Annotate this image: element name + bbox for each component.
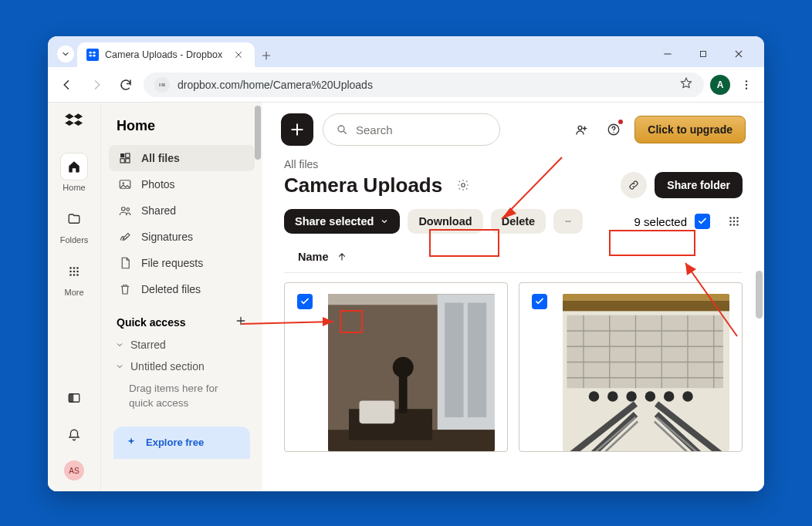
select-all-checkbox[interactable] [695, 214, 710, 229]
svg-point-29 [570, 221, 571, 222]
file-card[interactable] [519, 282, 743, 452]
title-row: Camera Uploads Share folder [262, 170, 764, 204]
chrome-profile-avatar[interactable]: A [710, 75, 730, 95]
tab-strip: Camera Uploads - Dropbox [48, 36, 764, 67]
sidebar-item-label: Photos [141, 178, 175, 191]
notification-dot-icon [618, 120, 623, 124]
chevron-down-icon [380, 217, 389, 226]
breadcrumb[interactable]: All files [262, 153, 764, 170]
svg-point-23 [338, 126, 344, 132]
url-text: dropbox.com/home/Camera%20Uploads [178, 79, 373, 91]
create-button[interactable] [281, 113, 313, 146]
nav-reload-button[interactable] [114, 73, 137, 96]
svg-point-65 [626, 391, 637, 402]
sidebar-item-all-files[interactable]: All files [109, 145, 255, 171]
address-bar[interactable]: dropbox.com/home/Camera%20Uploads [144, 72, 704, 97]
tab-title: Camera Uploads - Dropbox [105, 49, 225, 60]
tab-close-icon[interactable] [232, 48, 245, 62]
sidebar-item-label: Deleted files [141, 283, 201, 295]
help-icon[interactable] [602, 118, 625, 141]
view-toggle-button[interactable] [726, 213, 743, 230]
search-input[interactable]: Search [323, 113, 500, 146]
main-scrollbar[interactable] [753, 103, 764, 491]
quick-access-label: Quick access [117, 316, 186, 329]
folder-icon [61, 206, 87, 232]
sidebar-item-shared[interactable]: Shared [109, 197, 255, 224]
file-card[interactable] [284, 282, 508, 452]
shared-icon [118, 204, 132, 217]
download-button[interactable]: Download [408, 209, 482, 234]
sidebar-item-deleted[interactable]: Deleted files [109, 276, 255, 302]
user-avatar[interactable]: AS [64, 460, 84, 480]
selection-count: 9 selected [627, 209, 718, 234]
upgrade-button[interactable]: Click to upgrade [634, 116, 746, 143]
sidebar-scrollbar[interactable] [253, 103, 262, 491]
svg-point-5 [73, 267, 76, 269]
notifications-bell-icon[interactable] [63, 423, 86, 447]
add-quick-access-icon[interactable] [235, 315, 247, 329]
list-header[interactable]: Name [284, 243, 743, 273]
copy-link-button[interactable] [621, 172, 647, 198]
nav-back-button[interactable] [56, 73, 79, 96]
invite-icon[interactable] [570, 118, 593, 141]
sidebar-item-signatures[interactable]: Signatures [109, 224, 255, 250]
file-checkbox[interactable] [532, 294, 547, 309]
rail-label: More [64, 288, 83, 297]
site-info-icon[interactable] [154, 77, 170, 93]
trash-icon [118, 282, 132, 296]
svg-point-11 [73, 274, 76, 276]
file-thumbnail [563, 294, 729, 451]
page-title: Camera Uploads [284, 174, 442, 197]
delete-button[interactable]: Delete [491, 209, 546, 234]
window-maximize-icon[interactable] [696, 47, 710, 61]
starred-section[interactable]: Starred [109, 334, 255, 356]
search-placeholder: Search [356, 123, 393, 137]
sidebar-item-label: Shared [141, 204, 176, 217]
svg-point-9 [76, 271, 79, 273]
browser-tab[interactable]: Camera Uploads - Dropbox [77, 42, 255, 67]
rail-label: Folders [60, 235, 89, 244]
window-minimize-icon[interactable] [661, 47, 675, 61]
untitled-label: Untitled section [130, 360, 205, 373]
tab-search-button[interactable] [57, 46, 74, 62]
app-area: Home Folders More AS Home All [48, 103, 764, 491]
window-controls [650, 47, 756, 67]
window-close-icon[interactable] [732, 47, 746, 61]
sidebar-item-file-requests[interactable]: File requests [109, 250, 255, 276]
new-tab-button[interactable] [259, 49, 273, 62]
sidebar-item-photos[interactable]: Photos [109, 171, 255, 197]
svg-point-66 [645, 391, 656, 402]
svg-point-38 [736, 224, 738, 225]
svg-rect-0 [701, 52, 706, 57]
svg-point-32 [736, 217, 738, 218]
rail-item-more[interactable]: More [59, 254, 90, 302]
svg-point-30 [729, 217, 731, 218]
rail-label: Home [63, 183, 85, 192]
svg-rect-48 [360, 400, 395, 423]
split-view-icon[interactable] [63, 386, 86, 410]
svg-point-1 [746, 80, 747, 82]
explore-free-banner[interactable]: Explore free [113, 427, 250, 459]
svg-rect-17 [120, 159, 124, 163]
share-selected-button[interactable]: Share selected [284, 209, 400, 234]
svg-point-64 [607, 391, 618, 402]
nav-forward-button[interactable] [85, 73, 108, 96]
file-checkbox[interactable] [297, 294, 313, 309]
ellipsis-icon [564, 215, 572, 228]
untitled-section[interactable]: Untitled section [109, 356, 255, 377]
folder-settings-icon[interactable] [452, 174, 475, 197]
svg-point-21 [122, 207, 126, 211]
svg-point-28 [567, 221, 569, 222]
share-folder-button[interactable]: Share folder [655, 172, 743, 198]
rail-item-home[interactable]: Home [59, 149, 90, 197]
file-list: Name [262, 243, 764, 461]
chrome-menu-icon[interactable] [736, 75, 756, 95]
dropbox-logo-icon[interactable] [63, 110, 85, 132]
svg-point-24 [578, 126, 582, 130]
main-content: Search Click to upgrade All files Camera… [262, 103, 764, 491]
bookmark-star-icon[interactable] [679, 76, 693, 93]
rail-item-folders[interactable]: Folders [59, 201, 90, 249]
svg-rect-43 [468, 303, 486, 418]
more-actions-button[interactable] [553, 209, 583, 234]
svg-rect-16 [126, 153, 130, 157]
